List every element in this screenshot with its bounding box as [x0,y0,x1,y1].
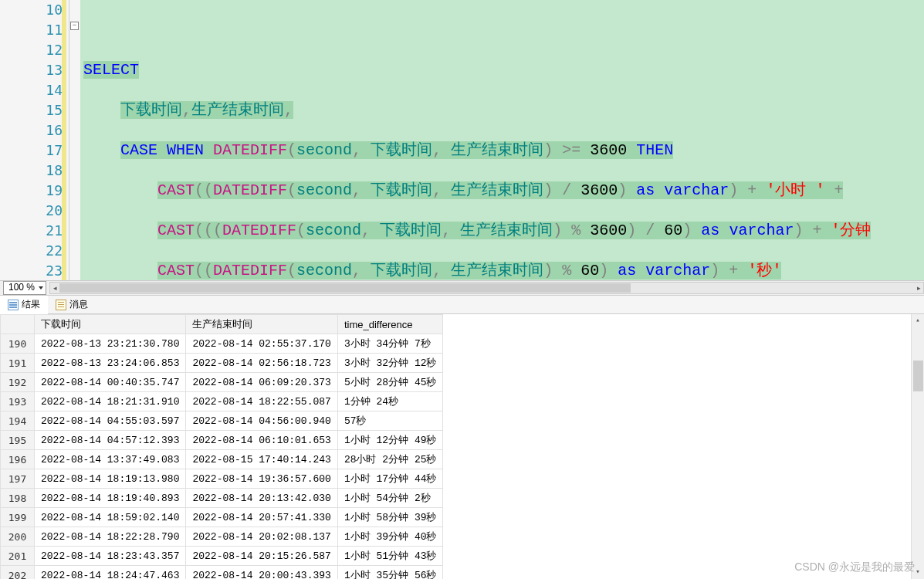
cell-time-difference[interactable]: 1小时 54分钟 2秒 [337,489,443,508]
cell-download-time[interactable]: 2022-08-13 23:24:06.853 [35,354,186,373]
results-tabs: 结果 消息 [0,296,924,314]
zoom-dropdown[interactable]: 100 % [3,281,46,295]
col-header-download-time[interactable]: 下载时间 [35,315,186,334]
row-number: 192 [1,373,35,392]
code-text[interactable]: SELECT 下载时间,生产结束时间, CASE WHEN DATEDIFF(s… [80,0,924,280]
scroll-thumb[interactable] [59,283,631,293]
cell-time-difference[interactable]: 1小时 39分钟 40秒 [337,527,443,547]
cell-download-time[interactable]: 2022-08-14 18:22:28.790 [35,527,186,547]
cell-end-time[interactable]: 2022-08-14 20:13:42.030 [186,489,337,508]
cell-end-time[interactable]: 2022-08-14 20:02:08.137 [186,527,337,547]
scroll-up-icon[interactable]: ▴ [912,314,924,327]
cell-end-time[interactable]: 2022-08-14 06:09:20.373 [186,373,337,392]
cell-time-difference[interactable]: 1小时 35分钟 56秒 [337,566,443,580]
table-row[interactable]: 201 2022-08-14 18:23:43.357 2022-08-14 2… [1,547,443,566]
editor-status-bar: 100 % ◂ ▸ [0,280,924,296]
tab-results-label: 结果 [22,298,40,311]
cell-time-difference[interactable]: 28小时 2分钟 25秒 [337,450,443,469]
sql-editor[interactable]: 10 11 12 13 14 15 16 17 18 19 20 21 22 2… [0,0,924,280]
row-number: 191 [1,354,35,373]
row-number: 199 [1,508,35,527]
grid-corner [1,315,35,334]
cell-end-time[interactable]: 2022-08-14 02:56:18.723 [186,354,337,373]
results-grid[interactable]: 下载时间 生产结束时间 time_difference 190 2022-08-… [0,314,443,579]
vertical-scrollbar[interactable]: ▴ ▾ [911,314,924,579]
cell-download-time[interactable]: 2022-08-14 04:57:12.393 [35,431,186,450]
horizontal-scrollbar[interactable]: ◂ ▸ [49,282,924,294]
row-number: 195 [1,431,35,450]
cell-time-difference[interactable]: 1分钟 24秒 [337,392,443,411]
cell-end-time[interactable]: 2022-08-14 18:22:55.087 [186,392,337,411]
cell-end-time[interactable]: 2022-08-14 04:56:00.940 [186,411,337,431]
tab-messages-label: 消息 [69,298,88,311]
cell-end-time[interactable]: 2022-08-14 02:55:37.170 [186,334,337,354]
tab-messages[interactable]: 消息 [48,296,96,314]
cell-download-time[interactable]: 2022-08-14 04:55:03.597 [35,411,186,431]
cell-download-time[interactable]: 2022-08-14 18:19:13.980 [35,469,186,489]
cell-end-time[interactable]: 2022-08-14 20:57:41.330 [186,508,337,527]
message-icon [56,300,66,310]
row-number: 196 [1,450,35,469]
cell-time-difference[interactable]: 5小时 28分钟 45秒 [337,373,443,392]
fold-column: − [69,0,80,280]
table-row[interactable]: 193 2022-08-14 18:21:31.910 2022-08-14 1… [1,392,443,411]
row-number: 193 [1,392,35,411]
row-number: 201 [1,547,35,566]
table-row[interactable]: 199 2022-08-14 18:59:02.140 2022-08-14 2… [1,508,443,527]
table-row[interactable]: 202 2022-08-14 18:24:47.463 2022-08-14 2… [1,566,443,580]
cell-time-difference[interactable]: 1小时 17分钟 44秒 [337,469,443,489]
table-row[interactable]: 195 2022-08-14 04:57:12.393 2022-08-14 0… [1,431,443,450]
cell-end-time[interactable]: 2022-08-14 20:00:43.393 [186,566,337,580]
cell-time-difference[interactable]: 1小时 58分钟 39秒 [337,508,443,527]
table-row[interactable]: 191 2022-08-13 23:24:06.853 2022-08-14 0… [1,354,443,373]
col-header-end-time[interactable]: 生产结束时间 [186,315,337,334]
cell-download-time[interactable]: 2022-08-14 18:59:02.140 [35,508,186,527]
cell-download-time[interactable]: 2022-08-14 18:23:43.357 [35,547,186,566]
table-row[interactable]: 194 2022-08-14 04:55:03.597 2022-08-14 0… [1,411,443,431]
row-number: 200 [1,527,35,547]
cell-time-difference[interactable]: 3小时 32分钟 12秒 [337,354,443,373]
cell-end-time[interactable]: 2022-08-14 20:15:26.587 [186,547,337,566]
cell-download-time[interactable]: 2022-08-14 00:40:35.747 [35,373,186,392]
scroll-down-icon[interactable]: ▾ [912,566,924,579]
change-marker [62,0,66,280]
row-number: 202 [1,566,35,580]
cell-end-time[interactable]: 2022-08-14 19:36:57.600 [186,469,337,489]
row-number: 190 [1,334,35,354]
scroll-right-icon[interactable]: ▸ [914,283,923,293]
cell-download-time[interactable]: 2022-08-14 13:37:49.083 [35,450,186,469]
row-number: 198 [1,489,35,508]
table-row[interactable]: 197 2022-08-14 18:19:13.980 2022-08-14 1… [1,469,443,489]
cell-download-time[interactable]: 2022-08-13 23:21:30.780 [35,334,186,354]
cell-time-difference[interactable]: 57秒 [337,411,443,431]
scroll-left-icon[interactable]: ◂ [50,283,59,293]
table-row[interactable]: 200 2022-08-14 18:22:28.790 2022-08-14 2… [1,527,443,547]
vscroll-thumb[interactable] [913,361,923,391]
grid-icon [8,300,19,310]
cell-download-time[interactable]: 2022-08-14 18:19:40.893 [35,489,186,508]
row-number: 194 [1,411,35,431]
cell-download-time[interactable]: 2022-08-14 18:24:47.463 [35,566,186,580]
cell-time-difference[interactable]: 1小时 12分钟 49秒 [337,431,443,450]
row-number: 197 [1,469,35,489]
table-row[interactable]: 190 2022-08-13 23:21:30.780 2022-08-14 0… [1,334,443,354]
fold-toggle-icon[interactable]: − [70,22,79,30]
cell-end-time[interactable]: 2022-08-15 17:40:14.243 [186,450,337,469]
col-header-time-difference[interactable]: time_difference [337,315,443,334]
cell-end-time[interactable]: 2022-08-14 06:10:01.653 [186,431,337,450]
results-grid-pane: 下载时间 生产结束时间 time_difference 190 2022-08-… [0,314,924,579]
table-row[interactable]: 192 2022-08-14 00:40:35.747 2022-08-14 0… [1,373,443,392]
table-row[interactable]: 196 2022-08-14 13:37:49.083 2022-08-15 1… [1,450,443,469]
cell-time-difference[interactable]: 3小时 34分钟 7秒 [337,334,443,354]
line-number-gutter: 10 11 12 13 14 15 16 17 18 19 20 21 22 2… [0,0,69,280]
table-row[interactable]: 198 2022-08-14 18:19:40.893 2022-08-14 2… [1,489,443,508]
cell-time-difference[interactable]: 1小时 51分钟 43秒 [337,547,443,566]
cell-download-time[interactable]: 2022-08-14 18:21:31.910 [35,392,186,411]
tab-results[interactable]: 结果 [0,296,48,314]
